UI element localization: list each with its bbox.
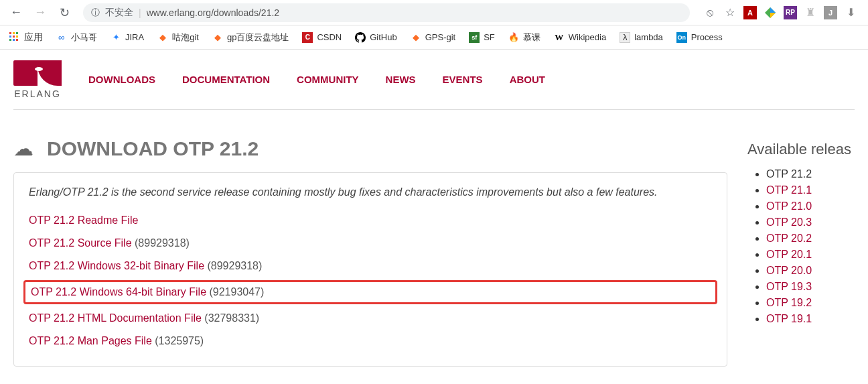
- release-link[interactable]: OTP 19.2: [766, 297, 812, 308]
- axure-extension-icon[interactable]: RP: [784, 6, 797, 19]
- extension-icon-j[interactable]: J: [824, 6, 837, 19]
- url-text: www.erlang.org/downloads/21.2: [147, 7, 279, 18]
- lambda-icon: λ: [620, 32, 630, 43]
- gitlab-icon: ◆: [157, 32, 168, 43]
- forward-button[interactable]: →: [29, 2, 51, 23]
- release-item: OTP 20.1: [766, 247, 855, 263]
- release-link[interactable]: OTP 20.3: [766, 216, 812, 228]
- jira-icon: ✦: [111, 32, 121, 43]
- apps-icon: [9, 32, 20, 43]
- file-item: OTP 21.2 Windows 32-bit Binary File (899…: [29, 255, 712, 277]
- release-link[interactable]: OTP 20.2: [766, 233, 812, 244]
- bookmark-item[interactable]: OnProcess: [672, 29, 727, 46]
- file-item: OTP 21.2 Source File (89929318): [29, 232, 712, 255]
- logo-image: [13, 60, 62, 86]
- bookmark-star-icon[interactable]: ☆: [723, 6, 737, 19]
- release-link[interactable]: OTP 21.0: [766, 200, 812, 212]
- extension-icon[interactable]: [764, 6, 777, 19]
- browser-toolbar: ← → ↻ ⓘ 不安全 | www.erlang.org/downloads/2…: [0, 0, 868, 25]
- bookmark-item[interactable]: ◆GPS-git: [407, 29, 460, 46]
- file-item: OTP 21.2 Man Pages File (1325975): [29, 330, 712, 353]
- security-warning: 不安全: [105, 7, 133, 19]
- release-item: OTP 20.3: [766, 214, 855, 231]
- release-item: OTP 21.0: [766, 198, 855, 214]
- gitlab-icon: ◆: [212, 32, 223, 43]
- github-icon: [355, 32, 366, 43]
- reload-button[interactable]: ↻: [54, 2, 75, 23]
- file-link-win64[interactable]: OTP 21.2 Windows 64-bit Binary File: [31, 286, 206, 298]
- release-link[interactable]: OTP 21.1: [766, 184, 812, 196]
- download-extension-icon[interactable]: ⬇: [844, 6, 857, 19]
- file-link-readme[interactable]: OTP 21.2 Readme File: [29, 214, 138, 226]
- file-list: OTP 21.2 Readme File OTP 21.2 Source Fil…: [29, 209, 712, 353]
- bookmarks-bar: 应用 ∞小马哥 ✦JIRA ◆咕泡git ◆gp百度云盘地址 CCSDN Git…: [0, 25, 868, 50]
- release-link[interactable]: OTP 20.0: [766, 265, 812, 276]
- file-link-win32[interactable]: OTP 21.2 Windows 32-bit Binary File: [29, 260, 204, 271]
- release-link[interactable]: OTP 19.1: [766, 313, 812, 324]
- bookmark-item[interactable]: GitHub: [351, 29, 401, 46]
- apps-button[interactable]: 应用: [5, 29, 47, 46]
- release-item: OTP 19.3: [766, 279, 855, 295]
- on-icon: On: [676, 32, 687, 43]
- csdn-icon: C: [302, 32, 313, 43]
- release-item: OTP 20.0: [766, 263, 855, 279]
- translate-icon[interactable]: ⦸: [703, 6, 717, 19]
- bookmark-item[interactable]: λlambda: [616, 29, 667, 46]
- release-list: OTP 21.2 OTP 21.1 OTP 21.0 OTP 20.3 OTP …: [747, 166, 855, 327]
- info-icon: ⓘ: [91, 7, 100, 19]
- fire-icon: 🔥: [508, 32, 519, 43]
- extension-icon-gray[interactable]: ♜: [804, 6, 817, 19]
- sf-icon: sf: [469, 32, 480, 43]
- sidebar: Available releas OTP 21.2 OTP 21.1 OTP 2…: [747, 137, 855, 367]
- release-description: Erlang/OTP 21.2 is the second service re…: [29, 186, 712, 198]
- url-bar[interactable]: ⓘ 不安全 | www.erlang.org/downloads/21.2: [83, 3, 690, 22]
- nav-documentation[interactable]: DOCUMENTATION: [182, 74, 270, 85]
- main-column: ☁ DOWNLOAD OTP 21.2 Erlang/OTP 21.2 is t…: [13, 137, 727, 367]
- bookmark-item[interactable]: CCSDN: [298, 29, 346, 46]
- file-size: (89929318): [135, 237, 190, 249]
- main-nav: DOWNLOADS DOCUMENTATION COMMUNITY NEWS E…: [88, 74, 545, 85]
- file-item: OTP 21.2 HTML Documentation File (327983…: [29, 307, 712, 330]
- file-size: (1325975): [155, 335, 204, 346]
- bookmark-item[interactable]: WWikipedia: [550, 29, 610, 46]
- bookmark-item[interactable]: ✦JIRA: [106, 29, 148, 46]
- release-link[interactable]: OTP 19.3: [766, 281, 812, 292]
- release-link[interactable]: OTP 20.1: [766, 249, 812, 260]
- bookmark-item[interactable]: 🔥慕课: [504, 29, 545, 46]
- nav-about[interactable]: ABOUT: [510, 74, 545, 85]
- release-link[interactable]: OTP 21.2: [766, 168, 812, 180]
- file-item-highlighted: OTP 21.2 Windows 64-bit Binary File (921…: [23, 280, 717, 304]
- file-link-source[interactable]: OTP 21.2 Source File: [29, 237, 132, 249]
- bookmark-item[interactable]: ◆gp百度云盘地址: [208, 29, 293, 46]
- erlang-logo[interactable]: ERLANG: [13, 60, 62, 99]
- nav-news[interactable]: NEWS: [386, 74, 416, 85]
- nav-community[interactable]: COMMUNITY: [297, 74, 359, 85]
- sidebar-title: Available releas: [747, 141, 855, 158]
- release-item: OTP 21.1: [766, 182, 855, 198]
- bookmark-item[interactable]: sfSF: [465, 29, 499, 46]
- page-content: ERLANG DOWNLOADS DOCUMENTATION COMMUNITY…: [0, 50, 868, 367]
- release-item: OTP 19.2: [766, 295, 855, 311]
- nav-downloads[interactable]: DOWNLOADS: [88, 74, 155, 85]
- bookmark-item[interactable]: ∞小马哥: [52, 29, 101, 46]
- file-link-htmldoc[interactable]: OTP 21.2 HTML Documentation File: [29, 312, 202, 324]
- bookmark-item[interactable]: ◆咕泡git: [153, 29, 203, 46]
- link-icon: ∞: [56, 32, 67, 43]
- file-size: (32798331): [204, 312, 259, 324]
- release-item: OTP 20.2: [766, 231, 855, 247]
- back-button[interactable]: ←: [5, 2, 27, 23]
- nav-events[interactable]: EVENTS: [443, 74, 483, 85]
- cloud-download-icon: ☁: [13, 137, 33, 160]
- adobe-extension-icon[interactable]: A: [743, 6, 757, 19]
- site-header: ERLANG DOWNLOADS DOCUMENTATION COMMUNITY…: [13, 50, 855, 110]
- release-item: OTP 19.1: [766, 311, 855, 327]
- url-separator: |: [139, 7, 141, 18]
- toolbar-icons: ⦸ ☆ A RP ♜ J ⬇: [698, 6, 863, 19]
- file-size: (89929318): [207, 260, 262, 271]
- file-item: OTP 21.2 Readme File: [29, 209, 712, 232]
- file-link-manpages[interactable]: OTP 21.2 Man Pages File: [29, 335, 152, 346]
- gitlab-icon: ◆: [411, 32, 421, 43]
- page-title-row: ☁ DOWNLOAD OTP 21.2: [13, 137, 727, 160]
- release-item-current: OTP 21.2: [766, 166, 855, 182]
- apps-label: 应用: [24, 31, 43, 44]
